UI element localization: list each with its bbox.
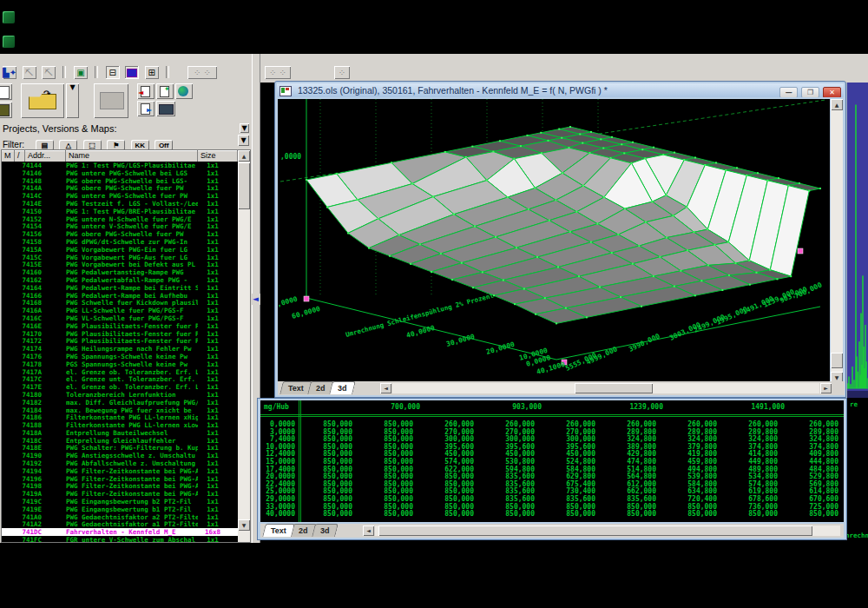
- map-3d-client[interactable]: ,0000,000060,000040,000030,000020,000010…: [278, 99, 830, 384]
- window-titlebar[interactable]: 13325.ols (Original), 350161, Fahrverhal…: [277, 83, 844, 97]
- splitter-collapse-arrow[interactable]: ◄: [251, 294, 260, 305]
- list-item[interactable]: 7414CPWG untere PWG-Schwelle fuer PW1x1: [2, 192, 238, 200]
- list-item[interactable]: 7416EPWG Plausibilitaets-Fenster fuer PW…: [2, 322, 238, 330]
- list-item[interactable]: 74158PWG dPWG/dt-Schwelle zur PWG-In1x1: [2, 238, 238, 246]
- window-new-button[interactable]: ◄: [137, 83, 155, 99]
- open-dropdown-button[interactable]: ▼: [66, 83, 79, 118]
- table-cell[interactable]: 850,000: [660, 511, 720, 519]
- table-cell[interactable]: 850,000: [417, 511, 477, 519]
- close-button[interactable]: ✕: [823, 87, 841, 97]
- table-cell[interactable]: 850,000: [781, 511, 842, 519]
- list-item[interactable]: 74154PWG untere V-Schwelle fuer PWG/E1x1: [2, 222, 238, 230]
- list-item[interactable]: 74160PWG Pedalwertanstieg-Rampe PWG1x1: [2, 268, 238, 276]
- table-cell[interactable]: 850,000: [538, 511, 599, 519]
- list-item[interactable]: 7416APWG LL-Schwelle fuer PWG/PGS-F1x1: [2, 307, 238, 314]
- list-item[interactable]: 74170PWG Plausibilitaets-Fenster fuer PW…: [2, 330, 238, 338]
- list-item[interactable]: 74172PWG Plausibilitaets-Fenster fuer PW…: [2, 337, 238, 345]
- taskbar-app-icon-1[interactable]: [3, 11, 15, 23]
- list-item[interactable]: 7415CPWG Vorgabewert PWG-Aus fuer LG1x1: [2, 254, 238, 261]
- restore-button[interactable]: ❐: [801, 87, 819, 97]
- list-item[interactable]: 74146PWG untere PWG-Schwelle bei LGS1x1: [2, 169, 238, 177]
- list-item[interactable]: 74148PWG obere PWG-Schwelle bei LGS-1x1: [2, 177, 238, 185]
- list-item[interactable]: 7419APWG Filter-Zeitkonstante bei PWG-A1…: [2, 490, 238, 498]
- tab-3d[interactable]: 3d: [330, 381, 356, 394]
- taskbar-app-icon-2[interactable]: [3, 36, 15, 48]
- list-item[interactable]: 74198PWG Filter-Zeitkonstante bei PWG-A1…: [2, 482, 238, 490]
- list-item[interactable]: 7416CPWG VL-Schwelle fuer PWG/PGS-F1x1: [2, 314, 238, 322]
- table-cell[interactable]: 850,000: [356, 511, 417, 519]
- list-item[interactable]: 74192PWG Abfallschwelle z. Umschaltung1x…: [2, 459, 238, 467]
- window-wand-button[interactable]: ✦: [156, 83, 174, 99]
- list-item[interactable]: 7419EPWG Eingangsbewertung b1 PT2-Fil1x1: [2, 506, 238, 513]
- list-item[interactable]: 74150PWG 1: Test PWG/BRE-Plausibilitae1x…: [2, 208, 238, 215]
- view-list-toggle[interactable]: ⊟: [106, 66, 120, 79]
- new-file-button[interactable]: [0, 83, 12, 100]
- list-item[interactable]: 741A2PWG Gedaechtnisfaktor a1 PT2-Filte1…: [2, 520, 238, 528]
- list-item[interactable]: 74196PWG Filter-Zeitkonstante bei PWG-A1…: [2, 475, 238, 483]
- view-text-toggle[interactable]: ⊞: [145, 66, 159, 79]
- signal-window[interactable]: [845, 83, 868, 398]
- list-item[interactable]: 7417Ael. Grenze ob. Toleranzber. Erf. LL…: [2, 368, 238, 376]
- tab-text[interactable]: Text: [262, 524, 295, 537]
- list-item[interactable]: 74188Filterkonstante PWG LL-lernen xLow1…: [2, 421, 238, 429]
- list-item[interactable]: 74178PGS Spannungs-Schwelle keine Pw1x1: [2, 360, 238, 368]
- projects-dropdown-button[interactable]: ▼: [240, 123, 249, 133]
- map-3d-vscrollbar[interactable]: ▲ ▼: [831, 99, 843, 384]
- list-item[interactable]: 74194PWG Filter-Zeitkonstante bei PWG-A1…: [2, 467, 238, 475]
- list-item[interactable]: 74182max. Diff. Gleichlaufpruefung PWG/F…: [2, 399, 238, 406]
- list-item[interactable]: 74168PWG Schwelle fuer Kickdown plausil1…: [2, 299, 238, 307]
- table-cell[interactable]: 850,000: [477, 511, 538, 519]
- list-item[interactable]: 7414EPWG Testzeit f. LGS - Vollast-/Leer…: [2, 200, 238, 208]
- table-cell[interactable]: 850,000: [599, 511, 660, 519]
- list-item[interactable]: 74164PWG Pedalwert-Rampe bei Eintritt Si…: [2, 284, 238, 292]
- globe-button[interactable]: [175, 83, 193, 99]
- list-item[interactable]: 7418CEntprellung Gleichlauffehler1x1: [2, 437, 238, 445]
- list-item[interactable]: 74190PWG Anstiegsschwelle z. Umschaltu1x…: [2, 452, 238, 459]
- map-text-hscrollbar[interactable]: [375, 525, 840, 536]
- list-item[interactable]: 74186Filterkonstante PWG LL-lernen xHigh…: [2, 413, 238, 421]
- save-button[interactable]: [0, 102, 12, 118]
- scroll-thumb[interactable]: [831, 353, 843, 368]
- column-header-m[interactable]: M: [2, 150, 15, 162]
- list-item[interactable]: 741DCFahrverhalten - Kennfeld M_E16x8: [2, 528, 238, 536]
- view-2d-toggle[interactable]: [125, 66, 139, 79]
- list-item[interactable]: 741FCFGR untere V-Schwelle zum Abschal1x…: [2, 536, 238, 542]
- hscroll-left-button[interactable]: ◄: [363, 525, 374, 536]
- map-text-client[interactable]: mg/Hub 700,000903,0001239,0001491,000 0,…: [260, 400, 844, 522]
- tab-3d[interactable]: 3d: [312, 524, 339, 537]
- filter-dropdown-button[interactable]: ▼: [238, 135, 249, 146]
- compare-icon[interactable]: ▣: [74, 66, 88, 79]
- list-item[interactable]: 74184max. Bewegung PWG fuer xnicht be1x1: [2, 406, 238, 414]
- list-item[interactable]: 7414APWG obere PWG-Schwelle fuer PW1x1: [2, 184, 238, 192]
- column-header-size[interactable]: Size: [198, 150, 238, 162]
- list-item[interactable]: 7418AEntprellung Bauteilwechsel1x1: [2, 429, 238, 437]
- list-item[interactable]: 7419CPWG Eingangsbewertung b2 PT2-Fil1x1: [2, 498, 238, 506]
- list-item[interactable]: 74152PWG untere N-Schwelle fuer PWG/E1x1: [2, 215, 238, 223]
- column-header-addr[interactable]: Addr...: [25, 150, 66, 162]
- scroll-up-button[interactable]: ▲: [238, 150, 250, 162]
- list-scrollbar[interactable]: ▲ ▼: [238, 150, 250, 542]
- window-export-button[interactable]: ►: [137, 101, 155, 116]
- monitor-button[interactable]: [156, 101, 175, 116]
- list-item[interactable]: 7417Cel. Grenze unt. Toleranzber. Erf. L…: [2, 375, 238, 383]
- list-item[interactable]: 741A0PWG Gedaechtnisfaktor a2 PT2-Filte1…: [2, 513, 238, 521]
- hexdump-wand-icon[interactable]: ▙✦: [3, 66, 16, 79]
- column-header-sort[interactable]: /: [15, 150, 25, 162]
- scroll-thumb[interactable]: [238, 162, 250, 209]
- minimize-button[interactable]: —: [779, 87, 798, 97]
- scroll-up-button[interactable]: ▲: [831, 99, 843, 110]
- scroll-thumb[interactable]: [378, 525, 812, 536]
- table-cell[interactable]: 850,000: [720, 511, 781, 519]
- scroll-down-button[interactable]: ▼: [238, 519, 250, 531]
- list-item[interactable]: 7418EPWG Schalter: PWG-Filterung b. Kup1…: [2, 444, 238, 452]
- hscroll-right-button[interactable]: ►: [820, 383, 832, 393]
- list-item[interactable]: 7415EPWG Vorgabewert bei Defekt aus PL1x…: [2, 261, 238, 268]
- table-cell[interactable]: 850,000: [295, 511, 356, 519]
- scroll-thumb[interactable]: [575, 383, 653, 393]
- list-item[interactable]: 74176PWG Spannungs-Schwelle keine Pw1x1: [2, 353, 238, 360]
- list-item[interactable]: 74144PWG 1: Test PWG/LGS-Plausibilitae1x…: [2, 162, 238, 169]
- map-3d-hscrollbar[interactable]: [392, 383, 819, 393]
- list-item[interactable]: 7415APWG Vorgabewert PWG-Ein fuer LG1x1: [2, 246, 238, 254]
- column-header-name[interactable]: Name: [66, 150, 198, 162]
- hscroll-left-button[interactable]: ◄: [380, 383, 391, 393]
